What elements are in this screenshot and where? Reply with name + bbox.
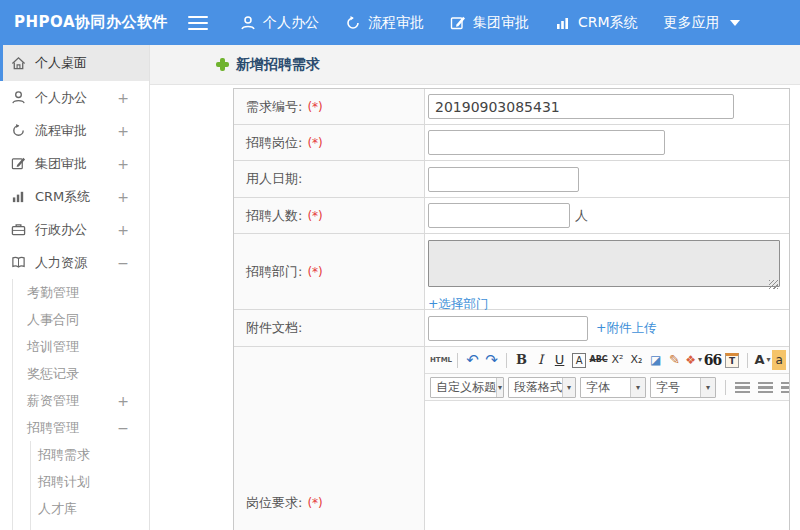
nav-label: 集团审批	[473, 14, 529, 32]
editor-toolbar-row2: 自定义标题 ▾ 段落格式 ▾ 字体 ▾ 字号 ▾	[425, 374, 789, 401]
editor-content-area[interactable]	[425, 401, 789, 530]
edit-icon	[11, 156, 26, 171]
expand-icon[interactable]: +	[117, 223, 129, 237]
recruit-department-textarea[interactable]	[428, 240, 780, 287]
sidebar-item-label: 人事合同	[27, 311, 79, 329]
collapse-icon[interactable]: −	[117, 256, 129, 270]
html-source-button[interactable]: HTML	[430, 350, 452, 370]
sidebar-item-label: 招聘管理	[27, 419, 79, 437]
label-text: 附件文档:	[246, 319, 302, 337]
toolbar-separator	[506, 353, 507, 368]
background-color-button[interactable]: a	[772, 350, 786, 370]
sidebar-item-workflow-approval[interactable]: 流程审批 +	[0, 114, 149, 147]
expand-icon[interactable]: +	[117, 157, 129, 171]
toolbar-separator	[457, 353, 458, 368]
expand-icon[interactable]: +	[117, 91, 129, 105]
sidebar-item-label: CRM系统	[35, 188, 90, 206]
font-family-select[interactable]: 字体 ▾	[580, 377, 646, 398]
undo-button[interactable]: ↶	[463, 350, 482, 370]
sidebar-item-recruitment-plan[interactable]: 招聘计划	[0, 468, 149, 495]
sidebar-item-talent-pool[interactable]: 人才库	[0, 495, 149, 522]
sidebar-item-training-mgmt[interactable]: 培训管理	[0, 333, 149, 360]
paste-button[interactable]: T	[725, 353, 739, 368]
sidebar-item-recruitment-mgmt[interactable]: 招聘管理 −	[0, 414, 149, 441]
eraser-button[interactable]: ◪	[646, 350, 665, 370]
form-row-hire-date: 用人日期:	[234, 161, 789, 198]
sidebar-item-personnel-contract[interactable]: 人事合同	[0, 306, 149, 333]
expand-icon[interactable]: +	[117, 394, 129, 408]
user-icon	[11, 90, 26, 105]
underline-button[interactable]: U	[550, 350, 569, 370]
recruitment-request-form: 需求编号: (*) 招聘岗位: (*) 用人日期:	[233, 88, 790, 530]
nav-label: CRM系统	[578, 14, 638, 32]
add-icon	[216, 58, 229, 71]
heading-style-select[interactable]: 自定义标题 ▾	[430, 377, 504, 398]
font-size-select[interactable]: 字号 ▾	[650, 377, 716, 398]
font-color-button[interactable]: A ▾	[753, 350, 772, 370]
sidebar-item-salary-mgmt[interactable]: 薪资管理 +	[0, 387, 149, 414]
caret-down-icon	[730, 20, 740, 26]
select-value: 字体	[586, 379, 610, 396]
expand-icon[interactable]: +	[117, 124, 129, 138]
collapse-icon[interactable]: −	[117, 421, 129, 435]
label-text: 招聘部门:	[246, 263, 302, 281]
page: { "colors": { "accent": "#4a91e4", "link…	[0, 0, 800, 530]
headcount-input[interactable]	[428, 203, 570, 228]
nav-personal-office[interactable]: 个人办公	[240, 14, 319, 32]
resize-handle-icon[interactable]	[769, 280, 778, 289]
request-number-input[interactable]	[428, 94, 734, 119]
align-center-icon[interactable]	[758, 382, 773, 393]
hire-date-input[interactable]	[428, 167, 579, 192]
sidebar-item-human-resources[interactable]: 人力资源 −	[0, 246, 149, 279]
align-right-icon[interactable]	[781, 382, 789, 393]
required-marker: (*)	[307, 496, 322, 510]
required-marker: (*)	[307, 265, 322, 279]
sidebar-item-attendance-mgmt[interactable]: 考勤管理	[0, 279, 149, 306]
field-label: 招聘岗位: (*)	[234, 125, 425, 160]
expand-icon[interactable]: +	[117, 190, 129, 204]
sidebar-item-group-approval[interactable]: 集团审批 +	[0, 147, 149, 180]
menu-toggle-button[interactable]	[188, 16, 208, 30]
sidebar-item-personal-desktop[interactable]: 个人桌面	[0, 45, 149, 81]
required-marker: (*)	[307, 136, 322, 150]
caret-down-icon: ▾	[700, 378, 715, 397]
sidebar-item-label: 行政办公	[35, 221, 87, 239]
color-palette-button[interactable]: ❖ ▾	[684, 350, 703, 370]
strikethrough-button[interactable]: ABC	[589, 350, 608, 370]
form-row-department: 招聘部门: (*) +选择部门	[234, 234, 789, 310]
sidebar-item-recruitment-request[interactable]: 招聘需求	[0, 441, 149, 468]
nav-crm-system[interactable]: CRM系统	[555, 14, 638, 32]
attachment-input[interactable]	[428, 316, 588, 341]
nav-group-approval[interactable]: 集团审批	[450, 14, 529, 32]
recruit-position-input[interactable]	[428, 130, 665, 155]
sidebar-item-personal-office[interactable]: 个人办公 +	[0, 81, 149, 114]
paragraph-format-select[interactable]: 段落格式 ▾	[508, 377, 576, 398]
sidebar-group-recruitment: 招聘需求 招聘计划 人才库	[0, 441, 149, 530]
field-label: 招聘部门: (*)	[234, 234, 425, 309]
select-value: 自定义标题	[436, 379, 496, 396]
italic-button[interactable]: I	[531, 350, 550, 370]
bold-button[interactable]: B	[512, 350, 531, 370]
align-left-icon[interactable]	[735, 382, 750, 393]
form-row-request-number: 需求编号: (*)	[234, 89, 789, 125]
sidebar-item-label: 招聘计划	[38, 473, 90, 491]
redo-button[interactable]: ↷	[482, 350, 501, 370]
sidebar-item-label: 人力资源	[35, 254, 87, 272]
home-icon	[11, 56, 26, 71]
superscript-button[interactable]: X²	[608, 350, 627, 370]
subscript-button[interactable]: X₂	[627, 350, 646, 370]
sidebar-item-reward-punishment[interactable]: 奖惩记录	[0, 360, 149, 387]
nav-more-apps[interactable]: 更多应用	[664, 14, 740, 32]
font-border-button[interactable]: A	[572, 353, 586, 368]
blockquote-button[interactable]: 66	[703, 350, 722, 370]
sidebar-item-crm-system[interactable]: CRM系统 +	[0, 180, 149, 213]
form-row-headcount: 招聘人数: (*) 人	[234, 198, 789, 234]
format-brush-button[interactable]: ✎	[665, 350, 684, 370]
nav-workflow-approval[interactable]: 流程审批	[345, 14, 424, 32]
attachment-upload-link[interactable]: +附件上传	[596, 320, 656, 337]
field-value: +选择部门	[425, 234, 789, 309]
sidebar-item-admin-office[interactable]: 行政办公 +	[0, 213, 149, 246]
field-label: 用人日期:	[234, 161, 425, 197]
nav-label: 更多应用	[664, 14, 720, 32]
label-text: 招聘岗位:	[246, 134, 302, 152]
